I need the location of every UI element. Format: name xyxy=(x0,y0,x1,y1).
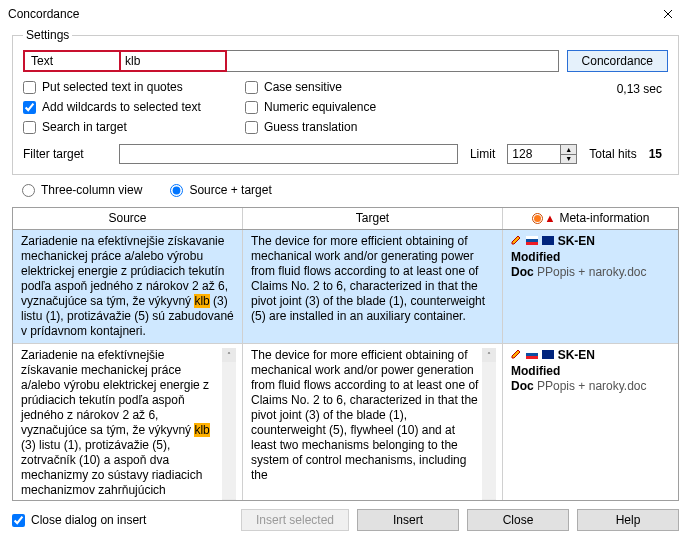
col-source-header[interactable]: Source xyxy=(13,208,243,229)
window-title: Concordance xyxy=(8,7,79,21)
timing-label: 0,13 sec xyxy=(617,80,668,134)
flag-pair-icon xyxy=(526,236,554,245)
limit-down-icon[interactable]: ▼ xyxy=(561,154,576,164)
case-sensitive-label: Case sensitive xyxy=(264,80,342,94)
cell-scrollbar[interactable]: ˄˅ xyxy=(482,348,496,500)
source-text-pre: Zariadenie na efektívnejšie získavanie m… xyxy=(21,348,209,437)
cell-source[interactable]: Zariadenie na efektívnejšie získavanie m… xyxy=(13,230,243,343)
limit-stepper[interactable]: ▲▼ xyxy=(507,144,577,164)
col-target-header[interactable]: Target xyxy=(243,208,503,229)
three-column-label: Three-column view xyxy=(41,183,142,197)
label-text: Text xyxy=(23,50,119,72)
source-target-label: Source + target xyxy=(189,183,271,197)
guess-translation-checkbox[interactable] xyxy=(245,121,258,134)
target-text: The device for more efficient obtaining … xyxy=(251,348,482,500)
lang-pair-label: SK-EN xyxy=(558,348,595,362)
cell-scrollbar[interactable]: ˄˅ xyxy=(222,348,236,500)
insert-selected-button: Insert selected xyxy=(241,509,349,531)
col-meta-label: Meta-information xyxy=(559,211,649,225)
search-in-target-checkbox[interactable] xyxy=(23,121,36,134)
search-input-ext[interactable] xyxy=(227,50,559,72)
cell-meta[interactable]: SK-EN Modified Doc PPopis + naroky.doc xyxy=(503,344,678,500)
pencil-icon xyxy=(511,349,521,359)
close-on-insert-checkbox[interactable] xyxy=(12,514,25,527)
case-sensitive-checkbox[interactable] xyxy=(245,81,258,94)
cell-target[interactable]: The device for more efficient obtaining … xyxy=(243,344,503,500)
cell-target[interactable]: The device for more efficient obtaining … xyxy=(243,230,503,343)
info-icon: ▲ xyxy=(532,212,556,224)
three-column-radio[interactable] xyxy=(22,184,35,197)
search-in-target-label: Search in target xyxy=(42,120,127,134)
cell-source[interactable]: Zariadenie na efektívnejšie získavanie m… xyxy=(13,344,243,500)
settings-group: Settings Text Concordance Put selected t… xyxy=(12,28,679,175)
modified-label: Modified xyxy=(511,250,672,265)
total-hits-label: Total hits xyxy=(589,147,636,161)
close-button[interactable]: Close xyxy=(467,509,569,531)
limit-input[interactable] xyxy=(508,145,560,163)
settings-legend: Settings xyxy=(23,28,72,42)
close-on-insert-label: Close dialog on insert xyxy=(31,513,146,527)
source-target-radio[interactable] xyxy=(170,184,183,197)
doc-name: PPopis + naroky.doc xyxy=(537,379,647,393)
total-hits-value: 15 xyxy=(649,147,668,161)
doc-label: Doc xyxy=(511,265,534,279)
add-wildcards-label: Add wildcards to selected text xyxy=(42,100,201,114)
numeric-equiv-checkbox[interactable] xyxy=(245,101,258,114)
numeric-equiv-label: Numeric equivalence xyxy=(264,100,376,114)
lang-pair-label: SK-EN xyxy=(558,234,595,248)
match-highlight: klb xyxy=(194,423,209,437)
source-text-post: (3) listu (1), protizávažie (5), zotrvač… xyxy=(21,438,202,500)
put-quotes-label: Put selected text in quotes xyxy=(42,80,183,94)
limit-up-icon[interactable]: ▲ xyxy=(561,145,576,154)
doc-name: PPopis + naroky.doc xyxy=(537,265,647,279)
search-input[interactable] xyxy=(121,52,225,70)
pencil-icon xyxy=(511,235,521,245)
put-quotes-checkbox[interactable] xyxy=(23,81,36,94)
results-table: Source Target ▲ Meta-information Zariade… xyxy=(12,207,679,501)
add-wildcards-checkbox[interactable] xyxy=(23,101,36,114)
flag-pair-icon xyxy=(526,350,554,359)
table-row[interactable]: Zariadenie na efektívnejšie získavanie m… xyxy=(13,344,678,500)
concordance-button[interactable]: Concordance xyxy=(567,50,668,72)
filter-target-label: Filter target xyxy=(23,147,107,161)
table-row[interactable]: Zariadenie na efektívnejšie získavanie m… xyxy=(13,230,678,344)
modified-label: Modified xyxy=(511,364,672,379)
doc-label: Doc xyxy=(511,379,534,393)
window-close-button[interactable] xyxy=(653,2,683,26)
insert-button[interactable]: Insert xyxy=(357,509,459,531)
help-button[interactable]: Help xyxy=(577,509,679,531)
match-highlight: klb xyxy=(194,294,209,308)
limit-label: Limit xyxy=(470,147,495,161)
col-meta-header[interactable]: ▲ Meta-information xyxy=(503,208,678,229)
filter-target-input[interactable] xyxy=(119,144,458,164)
guess-translation-label: Guess translation xyxy=(264,120,357,134)
cell-meta[interactable]: SK-EN Modified Doc PPopis + naroky.doc xyxy=(503,230,678,343)
